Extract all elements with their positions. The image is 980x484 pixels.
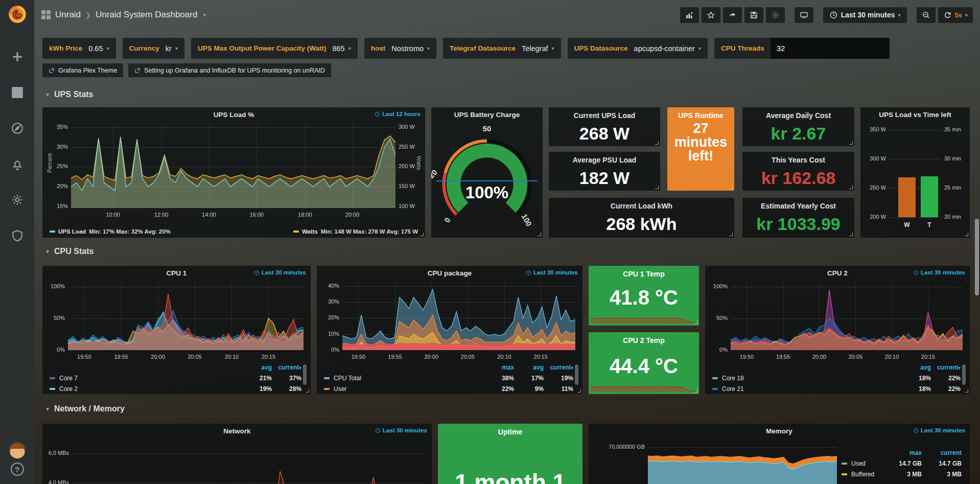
panel-title[interactable]: Network (42, 427, 432, 435)
panel-time-range[interactable]: Last 30 minutes (526, 269, 578, 275)
legend-scrollbar[interactable] (575, 364, 578, 385)
section-header-ups-stats[interactable]: ▾UPS Stats (46, 90, 94, 99)
dashboard-grid-icon[interactable] (41, 10, 51, 19)
variable-value[interactable]: Nostromo▾ (391, 44, 430, 53)
dashboards-icon[interactable] (11, 86, 24, 99)
help-icon[interactable]: ? (11, 463, 24, 476)
variable-currency[interactable]: Currencykr▾ (123, 38, 184, 59)
y-axis-tick: 6.0 MBs (49, 450, 69, 456)
admin-shield-icon[interactable] (11, 229, 24, 242)
legend-series-toggle[interactable]: WattsMin: 148 W Max: 278 W Avg: 175 W (293, 228, 418, 235)
breadcrumb-root[interactable]: Unraid (55, 10, 81, 20)
panel-average-psu-load: Average PSU Load 182 W (549, 152, 660, 191)
legend-series-toggle[interactable]: Used (842, 460, 882, 467)
x-axis-tick: 20:15 (533, 354, 548, 360)
variable-ups-datasource[interactable]: UPS Datasourceapcupsd-container▾ (568, 38, 708, 59)
dashboard-settings-button[interactable] (766, 7, 785, 23)
legend-sort-avg[interactable]: avg (242, 364, 272, 371)
legend-series-toggle[interactable]: Core 21 (712, 385, 901, 393)
time-range-picker[interactable]: Last 30 minutes ▾ (823, 7, 907, 23)
x-axis-tick: 18:00 (298, 212, 312, 218)
share-button[interactable] (723, 7, 742, 23)
y-axis-tick: 70.000000 GB (609, 444, 645, 450)
variable-value[interactable]: kr▾ (166, 44, 178, 53)
gauge-threshold-line (436, 180, 538, 181)
legend-sort-avg[interactable]: avg (901, 364, 931, 371)
add-panel-button[interactable] (680, 7, 699, 23)
legend-series-toggle[interactable]: UPS LoadMin: 17% Max: 32% Avg: 20% (50, 228, 171, 235)
dashboard-link-plex-theme[interactable]: Grafana Plex Theme (42, 63, 123, 77)
grafana-logo[interactable] (7, 4, 28, 25)
variable-value[interactable]: 0.65▾ (88, 44, 109, 53)
zoom-out-button[interactable] (917, 7, 936, 23)
bar-W[interactable] (898, 177, 916, 217)
x-axis-tick: 10:00 (106, 212, 120, 218)
panel-network: NetworkLast 30 minutes6.0 MBs4.0 MBs2.0 … (42, 424, 432, 484)
panel-title[interactable]: UPS Load % (42, 111, 425, 119)
panel-title[interactable]: UPS Battery Charge (431, 111, 543, 119)
dashboard-link-ups-guide[interactable]: Setting up Grafana and InfluxDB for UPS … (128, 63, 331, 77)
variable-label: Currency (129, 44, 159, 52)
y-axis-tick-right: 300 W (399, 124, 415, 130)
configuration-gear-icon[interactable] (11, 193, 24, 206)
legend-series-toggle[interactable]: Buffered (842, 471, 882, 478)
panel-time-range[interactable]: Last 12 hours (375, 111, 421, 117)
panel-ups-battery-charge: UPS Battery Charge02050100100% (431, 107, 543, 238)
panel-time-range[interactable]: Last 30 minutes (913, 269, 965, 275)
x-axis-tick: 20:00 (151, 354, 165, 360)
page-scrollbar[interactable] (975, 0, 979, 484)
legend-scrollbar[interactable] (962, 364, 966, 385)
legend-value: 37% (272, 375, 301, 382)
legend-scrollbar[interactable] (303, 364, 307, 385)
section-header-cpu-stats[interactable]: ▾CPU Stats (46, 247, 94, 256)
variable-telegraf-datasource[interactable]: Telegraf DatasourceTelegraf▾ (443, 38, 561, 59)
breadcrumb-current[interactable]: Unraid System Dashboard (96, 10, 197, 20)
legend-series-toggle[interactable]: Core 18 (712, 375, 901, 382)
create-plus-icon[interactable] (11, 50, 24, 63)
legend-series-toggle[interactable]: Core 2 (50, 385, 242, 393)
section-header-network-memory[interactable]: ▾Network / Memory (46, 404, 125, 413)
legend-series-toggle[interactable]: CPU Total (324, 375, 484, 382)
user-avatar[interactable] (9, 442, 26, 458)
explore-compass-icon[interactable] (11, 122, 24, 135)
alerting-bell-icon[interactable] (11, 157, 24, 171)
refresh-button[interactable]: 5s ▾ (938, 7, 973, 23)
variable-value[interactable]: Telegraf▾ (522, 44, 554, 53)
panel-time-range[interactable]: Last 30 minutes (375, 427, 427, 433)
legend-sort-current[interactable]: current▾ (544, 364, 573, 371)
external-link-icon (134, 67, 141, 74)
variable-kwh-price[interactable]: kWh Price0.65▾ (42, 38, 116, 59)
panel-cpu-2: CPU 2Last 30 minutes100%50%0%19:5019:552… (705, 266, 970, 394)
y-axis-tick: 40% (328, 283, 339, 289)
clock-icon (254, 270, 260, 275)
scrollbar-thumb[interactable] (975, 219, 979, 295)
variable-ups-max-output[interactable]: UPS Max Output Power Capacity (Watt)865▾ (191, 38, 358, 59)
y-axis-tick: 100% (51, 283, 65, 289)
legend-sort-current[interactable]: current (922, 449, 962, 456)
legend-sort-avg[interactable]: avg (514, 364, 544, 371)
variable-value[interactable]: 865▾ (332, 44, 351, 53)
panel-time-range[interactable]: Last 30 minutes (913, 427, 965, 433)
legend-series-toggle[interactable]: Core 7 (50, 375, 242, 382)
panel-title[interactable]: UPS Load vs Time left (860, 111, 970, 119)
legend-sort-max[interactable]: max (484, 364, 514, 371)
breadcrumb-caret-icon[interactable]: ▾ (203, 12, 206, 18)
legend-swatch (324, 388, 330, 390)
save-button[interactable] (744, 7, 763, 23)
bar-label: T (927, 221, 931, 228)
legend-sort-max[interactable]: max (882, 449, 922, 456)
legend-sort-current[interactable]: current▾ (931, 364, 961, 371)
panel-time-range[interactable]: Last 30 minutes (254, 269, 306, 275)
bar-T[interactable] (921, 176, 938, 217)
legend-series-toggle[interactable]: User (324, 385, 484, 393)
variable-value[interactable]: apcupsd-container▾ (634, 44, 701, 53)
cpu-threads-input[interactable] (771, 38, 890, 59)
variable-host[interactable]: hostNostromo▾ (364, 38, 436, 59)
tv-cycle-button[interactable] (795, 7, 813, 23)
legend-value: 22% (484, 385, 514, 393)
variable-cpu-threads[interactable]: CPU Threads (714, 38, 890, 59)
legend-sort-current[interactable]: current▾ (272, 364, 301, 371)
y-axis-tick: 0% (719, 347, 728, 353)
star-button[interactable] (702, 7, 720, 23)
x-axis-tick: 19:55 (776, 354, 790, 360)
